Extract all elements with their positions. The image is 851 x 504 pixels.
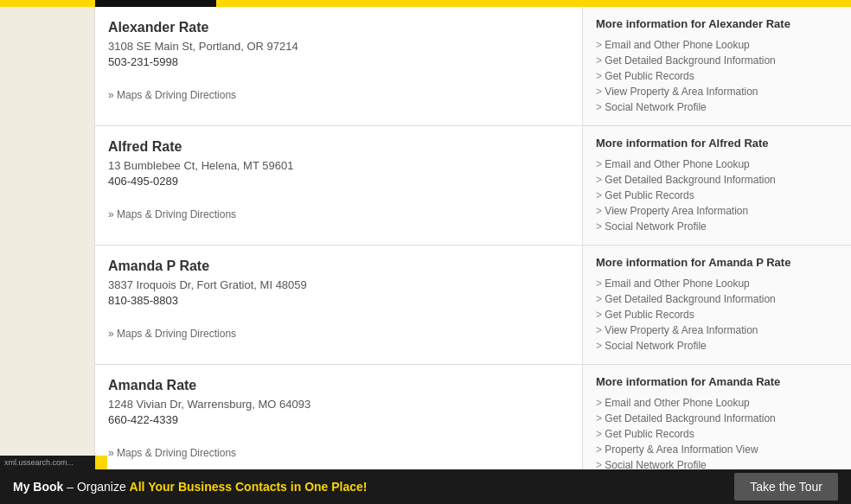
result-right-alexander-rate: More information for Alexander RateEmail… <box>583 7 851 125</box>
maps-driving-directions-link[interactable]: » Maps & Driving Directions <box>108 447 236 459</box>
bottom-notification-bar: My Book – Organize All Your Business Con… <box>0 469 851 504</box>
info-link[interactable]: Social Network Profile <box>596 457 838 469</box>
bottom-bar-message: My Book – Organize All Your Business Con… <box>13 480 368 494</box>
results-area: Alexander Rate3108 SE Main St, Portland,… <box>95 7 851 469</box>
info-link[interactable]: Get Public Records <box>596 188 838 203</box>
person-name: Amanda Rate <box>108 378 569 393</box>
result-left-alfred-rate: Alfred Rate13 Bumblebee Ct, Helena, MT 5… <box>95 126 583 245</box>
info-link[interactable]: Email and Other Phone Lookup <box>596 37 838 53</box>
result-row: Alfred Rate13 Bumblebee Ct, Helena, MT 5… <box>95 126 851 246</box>
url-text: xml.ussearch.com... <box>4 458 74 467</box>
url-bar: xml.ussearch.com... <box>0 456 95 469</box>
info-link[interactable]: Get Detailed Background Information <box>596 172 838 188</box>
take-tour-button[interactable]: Take the Tour <box>734 473 838 501</box>
maps-driving-directions-link[interactable]: » Maps & Driving Directions <box>108 208 236 220</box>
result-right-amanda-rate: More information for Amanda RateEmail an… <box>583 365 851 469</box>
person-address: 3108 SE Main St, Portland, OR 97214 <box>108 40 569 53</box>
person-name: Alfred Rate <box>108 139 569 155</box>
sidebar <box>0 7 95 469</box>
result-left-alexander-rate: Alexander Rate3108 SE Main St, Portland,… <box>95 7 583 125</box>
result-left-amanda-p-rate: Amanda P Rate3837 Iroquois Dr, Fort Grat… <box>95 246 583 364</box>
highlight-text: All Your Business Contacts in One Place! <box>130 480 368 494</box>
result-row: Amanda P Rate3837 Iroquois Dr, Fort Grat… <box>95 246 851 365</box>
info-link[interactable]: Get Public Records <box>596 307 838 322</box>
info-link[interactable]: Get Detailed Background Information <box>596 411 838 426</box>
more-info-title: More information for Amanda P Rate <box>596 256 838 269</box>
info-link[interactable]: Get Detailed Background Information <box>596 291 838 307</box>
yellow-accent <box>95 456 107 469</box>
content-wrapper: Alexander Rate3108 SE Main St, Portland,… <box>0 7 851 469</box>
more-info-title: More information for Amanda Rate <box>596 375 838 388</box>
more-info-title: More information for Alfred Rate <box>596 137 838 150</box>
info-link[interactable]: Social Network Profile <box>596 338 838 354</box>
result-left-amanda-rate: Amanda Rate1248 Vivian Dr, Warrensburg, … <box>95 365 583 469</box>
my-book-label: My Book <box>13 480 63 494</box>
maps-driving-directions-link[interactable]: » Maps & Driving Directions <box>108 89 236 101</box>
info-link[interactable]: View Property Area Information <box>596 203 838 219</box>
result-right-alfred-rate: More information for Alfred RateEmail an… <box>583 126 851 245</box>
person-address: 3837 Iroquois Dr, Fort Gratiot, MI 48059 <box>108 278 569 291</box>
info-link[interactable]: View Property & Area Information <box>596 84 838 99</box>
person-name: Amanda P Rate <box>108 258 569 274</box>
info-link[interactable]: Social Network Profile <box>596 99 838 115</box>
info-link[interactable]: Email and Other Phone Lookup <box>596 395 838 411</box>
info-link[interactable]: View Property & Area Information <box>596 322 838 338</box>
more-info-title: More information for Alexander Rate <box>596 17 838 30</box>
info-link[interactable]: Get Public Records <box>596 68 838 84</box>
person-phone: 406-495-0289 <box>108 175 569 188</box>
person-address: 13 Bumblebee Ct, Helena, MT 59601 <box>108 159 569 172</box>
person-name: Alexander Rate <box>108 20 569 35</box>
maps-driving-directions-link[interactable]: » Maps & Driving Directions <box>108 328 236 340</box>
result-row: Alexander Rate3108 SE Main St, Portland,… <box>95 7 851 126</box>
info-link[interactable]: Email and Other Phone Lookup <box>596 156 838 172</box>
person-phone: 660-422-4339 <box>108 413 569 426</box>
person-phone: 810-385-8803 <box>108 294 569 307</box>
person-address: 1248 Vivian Dr, Warrensburg, MO 64093 <box>108 398 569 411</box>
top-bar <box>0 0 851 7</box>
info-link[interactable]: Social Network Profile <box>596 219 838 234</box>
info-link[interactable]: Email and Other Phone Lookup <box>596 276 838 291</box>
result-right-amanda-p-rate: More information for Amanda P RateEmail … <box>583 246 851 364</box>
tagline-text: – Organize <box>63 480 129 494</box>
info-link[interactable]: Get Detailed Background Information <box>596 53 838 68</box>
result-row: Amanda Rate1248 Vivian Dr, Warrensburg, … <box>95 365 851 469</box>
person-phone: 503-231-5998 <box>108 55 569 68</box>
top-bar-accent <box>95 0 216 7</box>
info-link[interactable]: Property & Area Information View <box>596 442 838 457</box>
info-link[interactable]: Get Public Records <box>596 426 838 442</box>
